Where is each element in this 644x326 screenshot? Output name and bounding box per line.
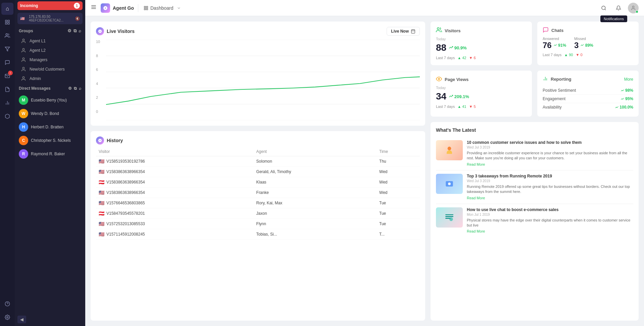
page-views-title: Page Views [436, 76, 527, 83]
chats-missed-value: 3 [574, 41, 579, 50]
reporting-title: Reporting [551, 77, 571, 82]
sidebar-item-mail[interactable]: ! [1, 70, 13, 82]
visitor-mute-icon[interactable]: 🔇 [75, 16, 80, 21]
visitors-card-title: Visitors [436, 27, 527, 34]
svg-point-4 [6, 34, 7, 35]
visitor-flag: 🇺🇸 [20, 16, 25, 21]
sidebar-item-stats[interactable] [1, 97, 13, 109]
dm-label: Direct Messages [19, 86, 51, 91]
table-row[interactable]: 🇺🇸V1572532013085533 Flynn Tue [96, 219, 420, 229]
mail-badge: ! [8, 71, 13, 75]
groups-copy-icon[interactable]: ⧉ [73, 28, 77, 34]
groups-icons: ⚙ ⧉ ⌕ [67, 28, 81, 34]
notifications-button[interactable]: Notifications [613, 3, 624, 13]
cell-visitor: 🇺🇸V1576646536803865 [96, 198, 254, 208]
group-item-new-old-customers[interactable]: New/old Customers [15, 65, 85, 74]
history-icon [96, 136, 104, 145]
live-visitors-title: Live Visitors [107, 29, 135, 34]
dm-search-icon[interactable]: ⌕ [79, 86, 81, 91]
chats-icon [543, 27, 549, 34]
stats-row-2: Page Views Today 34 209.1% Last 7 days ▲… [431, 71, 639, 117]
sidebar-item-contacts[interactable] [1, 83, 13, 95]
chats-answered-col: Answered 76 91% [543, 37, 566, 50]
news-card: What's The Latest 10 common customer ser… [431, 122, 639, 321]
notification-tooltip: Notifications [600, 15, 627, 22]
svg-rect-27 [411, 30, 415, 33]
live-visitors-card: Live Visitors Live Now 10 8 6 4 2 [91, 22, 425, 126]
avatar-raymond: R [19, 149, 28, 159]
cell-visitor: 🇺🇸V1585193530192786 [96, 156, 254, 167]
dm-copy-icon[interactable]: ⧉ [74, 86, 77, 91]
sidebar-item-chat[interactable] [1, 56, 13, 69]
sidebar-item-layers[interactable] [1, 16, 13, 28]
group-item-managers[interactable]: Managers [15, 55, 85, 65]
left-panel: Live Visitors Live Now 10 8 6 4 2 [91, 22, 425, 321]
sidebar: Incoming 1 🇺🇸 175.176.83.50 46EFCB2DC6E7… [15, 0, 85, 326]
dm-name-wendy: Wendy D. Bond [31, 111, 59, 116]
reporting-positive-value: 98% [621, 88, 633, 93]
table-row[interactable]: 🇺🇸V1583863638966354 Franke Wed [96, 188, 420, 198]
dm-settings-icon[interactable]: ⚙ [68, 86, 72, 91]
visitors-value-group: 88 90.9% [436, 42, 527, 53]
table-row[interactable]: 🇦🇹V1583863638966354 Klaas Wed [96, 177, 420, 188]
svg-point-16 [22, 77, 24, 78]
dm-item-eusebio[interactable]: M Eusebio Berry (You) [15, 93, 85, 107]
topbar-hamburger-icon[interactable] [91, 4, 97, 12]
table-row[interactable]: 🇺🇸V1585193530192786 Solomon Thu [96, 156, 420, 167]
sidebar-item-box[interactable] [1, 110, 13, 122]
chats-row: Answered 76 91% Missed [543, 37, 633, 50]
sidebar-item-help[interactable] [1, 298, 13, 310]
news-read-more-2[interactable]: Read More [467, 196, 485, 200]
reporting-icon [543, 76, 548, 82]
table-row[interactable]: 🇺🇸V1576646536803865 Rory, Kai, Max Tue [96, 198, 420, 208]
dm-item-raymond[interactable]: R Raymond R. Baker [15, 147, 85, 161]
sidebar-item-settings[interactable] [1, 311, 13, 323]
sidebar-item-users[interactable] [1, 30, 13, 42]
cell-time: Wed [377, 167, 420, 177]
sidebar-item-home[interactable]: ⌂ [1, 3, 13, 15]
history-table-scroll[interactable]: Visitor Agent Time 🇺🇸V1585193530192786 S… [96, 147, 420, 240]
sidebar-item-filter[interactable] [1, 43, 13, 55]
app-name: Agent Go [113, 5, 134, 11]
content-area: Live Visitors Live Now 10 8 6 4 2 [85, 16, 644, 326]
user-avatar[interactable] [628, 3, 639, 13]
page-views-percent: 209.1% [449, 94, 469, 99]
visitor-ip: 175.176.83.50 [29, 15, 63, 18]
group-item-agent-l1[interactable]: Agent L1 [15, 36, 85, 46]
topbar-nav-dashboard[interactable]: Dashboard [142, 5, 181, 11]
chart-svg [106, 40, 420, 120]
visitor-item[interactable]: 🇺🇸 175.176.83.50 46EFCB2DC6E7CA2... 🔇 [17, 13, 83, 24]
news-read-more-1[interactable]: Read More [467, 162, 485, 166]
table-row[interactable]: 🇺🇸V1583863638966354 Gerald, Ali, Timothy… [96, 167, 420, 177]
incoming-banner[interactable]: Incoming 1 [17, 1, 83, 10]
reporting-more-link[interactable]: More [624, 77, 633, 82]
search-button[interactable] [598, 3, 609, 13]
group-item-agent-l2[interactable]: Agent L2 [15, 46, 85, 55]
reporting-title-group: Reporting [543, 76, 571, 82]
table-row[interactable]: 🇦🇹V1584793545578201 Jaxon Tue [96, 208, 420, 219]
dm-item-wendy[interactable]: W Wendy D. Bond [15, 107, 85, 120]
page-views-label: Page Views [445, 77, 468, 82]
dm-item-herbert[interactable]: H Herbert D. Bratten [15, 120, 85, 134]
page-views-today-label: Today [436, 86, 527, 90]
sidebar-collapse-button[interactable]: ◀ [17, 316, 26, 323]
incoming-label: Incoming [20, 3, 38, 8]
page-views-icon [436, 76, 442, 83]
svg-rect-0 [5, 20, 7, 22]
dm-item-christopher[interactable]: C Christopher S. Nickels [15, 134, 85, 147]
svg-rect-23 [146, 8, 148, 10]
icon-bar: ⌂ ! [0, 0, 15, 326]
group-item-admin[interactable]: Admin [15, 74, 85, 83]
groups-settings-icon[interactable]: ⚙ [67, 28, 71, 34]
live-now-button[interactable]: Live Now [387, 27, 420, 36]
news-read-more-3[interactable]: Read More [467, 229, 485, 233]
topbar-logo: Agent Go [101, 3, 134, 13]
chats-missed-percent: 89% [581, 43, 593, 48]
news-scroll[interactable]: 10 common customer service issues and ho… [436, 137, 633, 315]
incoming-count: 1 [74, 3, 80, 9]
dm-icons: ⚙ ⧉ ⌕ [68, 86, 81, 91]
groups-search-icon[interactable]: ⌕ [79, 28, 81, 34]
table-row[interactable]: 🇺🇸V1571145912008245 Tobias, Si... T... [96, 229, 420, 240]
user-online-dot [636, 10, 638, 13]
history-title-group: History [96, 136, 123, 145]
